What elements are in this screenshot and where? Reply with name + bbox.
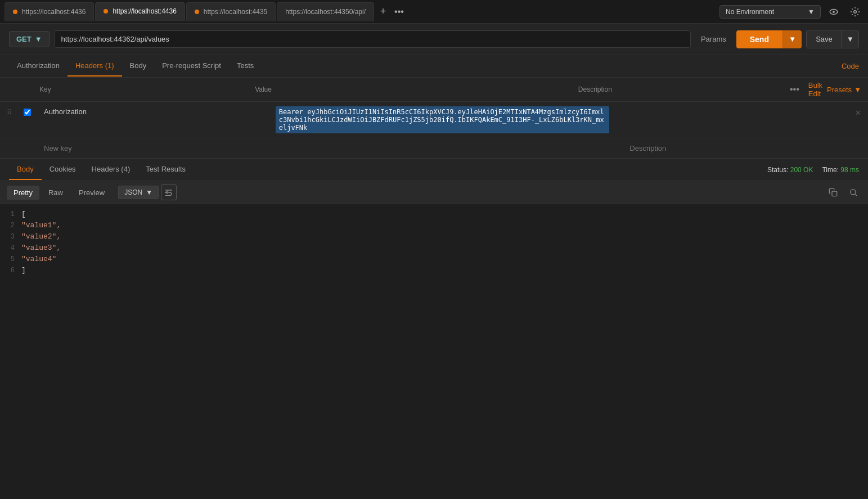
new-key-row bbox=[0, 138, 868, 158]
save-dropdown-button[interactable]: ▼ bbox=[842, 30, 858, 48]
settings-icon[interactable] bbox=[847, 3, 863, 20]
tab-body[interactable]: Body bbox=[122, 56, 155, 77]
body-toolbar-right bbox=[825, 185, 861, 200]
format-chevron-icon: ▼ bbox=[146, 188, 152, 196]
drag-handle-icon[interactable]: ⠿ bbox=[7, 104, 24, 116]
header-checkbox[interactable] bbox=[24, 109, 31, 116]
key-col-header: Key bbox=[39, 86, 255, 93]
url-input[interactable] bbox=[54, 30, 691, 48]
tab-dot-3 bbox=[195, 10, 199, 14]
format-selector[interactable]: JSON ▼ bbox=[118, 186, 159, 199]
browser-tab-4[interactable]: https://localhost:44350/api/ bbox=[277, 2, 374, 21]
chevron-down-icon: ▼ bbox=[808, 8, 815, 16]
row-checkbox[interactable] bbox=[24, 104, 39, 118]
method-label: GET bbox=[16, 35, 32, 43]
row-description-cell bbox=[614, 104, 845, 111]
response-tabs: Body Cookies Headers (4) Test Results St… bbox=[0, 159, 868, 181]
copy-icon[interactable] bbox=[825, 185, 841, 200]
tab-prerequest[interactable]: Pre-request Script bbox=[154, 56, 229, 77]
pretty-tab[interactable]: Pretty bbox=[7, 186, 39, 200]
tab-label-2: https://localhost:4436 bbox=[113, 7, 176, 15]
add-tab-button[interactable]: + bbox=[375, 4, 391, 20]
time-label: Time: 98 ms bbox=[822, 166, 859, 174]
code-line-2: 2 "value1", bbox=[0, 220, 868, 231]
resp-tab-headers[interactable]: Headers (4) bbox=[84, 159, 138, 180]
browser-tab-1[interactable]: https://localhost:4436 bbox=[5, 2, 94, 21]
method-selector[interactable]: GET ▼ bbox=[9, 31, 50, 47]
browser-tab-2[interactable]: https://localhost:4436 bbox=[95, 2, 185, 21]
params-button[interactable]: Params bbox=[695, 32, 732, 47]
headers-column-row: Key Value Description ••• Bulk Edit Pres… bbox=[0, 78, 868, 102]
save-button-group: Save ▼ bbox=[806, 30, 859, 48]
code-line-5: 5 "value4" bbox=[0, 254, 868, 265]
status-label: Status: 200 OK bbox=[767, 166, 813, 174]
row-value-cell: Bearer eyJhbGciOiJIUzI1NiIsInR5cCI6IkpXV… bbox=[271, 104, 614, 136]
presets-button[interactable]: Presets ▼ bbox=[827, 86, 861, 94]
raw-tab[interactable]: Raw bbox=[42, 186, 70, 200]
resp-tab-cookies[interactable]: Cookies bbox=[42, 159, 84, 180]
code-line-3: 3 "value2", bbox=[0, 231, 868, 242]
tab-dot-1 bbox=[13, 10, 17, 14]
response-status-bar: Status: 200 OK Time: 98 ms bbox=[767, 166, 859, 174]
tab-headers[interactable]: Headers (1) bbox=[68, 56, 122, 77]
tab-bar-right: No Environment ▼ bbox=[719, 3, 863, 20]
tab-label-3: https://localhost:4435 bbox=[204, 8, 267, 16]
tab-dot-2 bbox=[104, 9, 108, 14]
save-button[interactable]: Save bbox=[807, 30, 842, 48]
svg-rect-3 bbox=[832, 191, 837, 196]
bulk-edit-button[interactable]: Bulk Edit bbox=[808, 81, 822, 98]
table-row: ⠿ Authorization Bearer eyJhbGciOiJIUzI1N… bbox=[0, 102, 868, 138]
browser-tab-3[interactable]: https://localhost:4435 bbox=[186, 2, 276, 21]
preview-tab[interactable]: Preview bbox=[72, 186, 111, 200]
headers-table: Key Value Description ••• Bulk Edit Pres… bbox=[0, 78, 868, 159]
more-actions-icon[interactable]: ••• bbox=[785, 84, 804, 95]
svg-point-2 bbox=[854, 10, 857, 13]
send-button-group: Send ▼ bbox=[736, 30, 802, 48]
code-line-1: 1 [ bbox=[0, 209, 868, 220]
resp-tab-testresults[interactable]: Test Results bbox=[138, 159, 194, 180]
code-area: 1 [ 2 "value1", 3 "value2", 4 "value3", … bbox=[0, 204, 868, 281]
status-value: 200 OK bbox=[790, 166, 813, 174]
svg-point-1 bbox=[833, 11, 835, 13]
wrap-icon[interactable] bbox=[161, 185, 177, 200]
tab-label-1: https://localhost:4436 bbox=[22, 8, 86, 16]
new-description-input[interactable] bbox=[625, 141, 861, 156]
send-dropdown-button[interactable]: ▼ bbox=[782, 30, 802, 48]
description-col-header: Description bbox=[578, 86, 794, 93]
svg-line-5 bbox=[855, 194, 857, 196]
code-line-4: 4 "value3", bbox=[0, 242, 868, 254]
tab-tests[interactable]: Tests bbox=[229, 56, 262, 77]
send-button[interactable]: Send bbox=[736, 30, 782, 48]
svg-point-4 bbox=[851, 190, 856, 195]
tab-label-4: https://localhost:44350/api/ bbox=[285, 8, 366, 16]
tab-bar: https://localhost:4436 https://localhost… bbox=[0, 0, 868, 24]
code-link[interactable]: Code bbox=[842, 62, 859, 70]
header-value-highlight: Bearer eyJhbGciOiJIUzI1NiIsInR5cCI6IkpXV… bbox=[276, 106, 610, 133]
env-label: No Environment bbox=[726, 8, 774, 16]
search-icon[interactable] bbox=[845, 185, 861, 200]
environment-selector[interactable]: No Environment ▼ bbox=[719, 5, 821, 19]
code-line-6: 6 ] bbox=[0, 265, 868, 276]
url-bar: GET ▼ Params Send ▼ Save ▼ bbox=[0, 24, 868, 55]
col-actions-header: ••• Bulk Edit Presets ▼ bbox=[794, 81, 861, 98]
method-dropdown-icon: ▼ bbox=[35, 35, 42, 43]
body-toolbar: Pretty Raw Preview JSON ▼ bbox=[0, 181, 868, 204]
presets-chevron-icon: ▼ bbox=[854, 86, 861, 94]
eye-icon[interactable] bbox=[825, 3, 842, 20]
more-tabs-button[interactable]: ••• bbox=[391, 7, 407, 17]
row-delete-button[interactable]: ✕ bbox=[845, 104, 861, 117]
value-col-header: Value bbox=[255, 86, 578, 93]
request-tabs: Authorization Headers (1) Body Pre-reque… bbox=[0, 55, 868, 78]
row-key-cell: Authorization bbox=[39, 104, 271, 119]
tab-authorization[interactable]: Authorization bbox=[9, 56, 68, 77]
new-key-input[interactable] bbox=[39, 141, 276, 156]
format-label: JSON bbox=[124, 188, 142, 196]
time-value: 98 ms bbox=[840, 166, 859, 174]
resp-tab-body[interactable]: Body bbox=[9, 159, 42, 180]
